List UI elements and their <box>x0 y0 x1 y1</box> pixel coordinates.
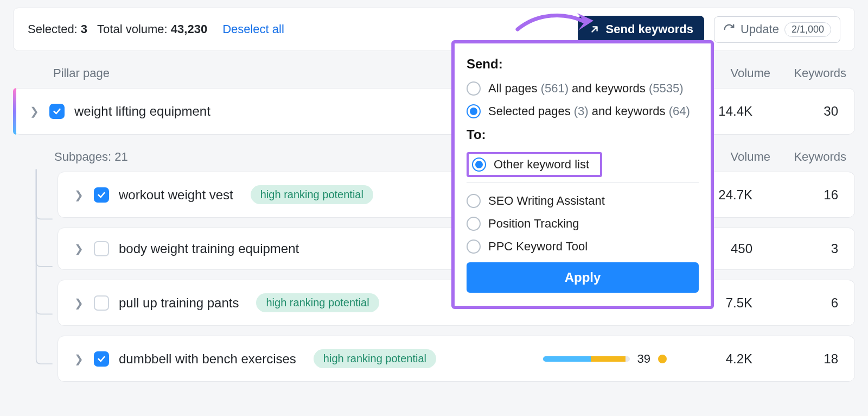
chevron-right-icon[interactable]: ❯ <box>74 297 84 310</box>
subpage-keywords: 18 <box>762 351 838 367</box>
tree-connector-icon <box>27 147 54 416</box>
subpage-keywords: 3 <box>762 241 838 256</box>
selected-count: Selected: 3 <box>28 22 87 36</box>
subpage-checkbox[interactable] <box>94 187 109 203</box>
option-position-tracking[interactable]: Position Tracking <box>467 217 699 231</box>
send-section-heading: Send: <box>467 56 699 72</box>
update-button[interactable]: Update 2/1,000 <box>714 16 840 43</box>
subpage-checkbox[interactable] <box>94 241 109 256</box>
refresh-icon <box>723 23 735 35</box>
keyword-score: 39 <box>543 352 667 366</box>
send-icon <box>589 23 601 35</box>
chevron-right-icon[interactable]: ❯ <box>30 105 40 118</box>
highlight-box: Other keyword list <box>467 152 602 177</box>
subpage-title: dumbbell with bench exercises <box>119 351 296 367</box>
radio-icon <box>472 157 486 172</box>
radio-icon <box>467 239 481 254</box>
subpage-checkbox[interactable] <box>94 295 109 311</box>
subpage-title: pull up training pants <box>119 295 239 311</box>
chevron-right-icon[interactable]: ❯ <box>74 242 84 255</box>
subpages-count: 21 <box>114 150 127 163</box>
selection-toolbar: Selected: 3 Total volume: 43,230 Deselec… <box>13 8 855 51</box>
pillar-checkbox[interactable] <box>49 104 65 119</box>
subpage-volume: 4.2K <box>676 351 752 367</box>
total-volume: Total volume: 43,230 <box>97 22 207 36</box>
update-counter: 2/1,000 <box>784 22 831 37</box>
option-other-keyword-list[interactable]: Other keyword list <box>472 157 589 172</box>
option-ppc-keyword-tool[interactable]: PPC Keyword Tool <box>467 239 699 254</box>
option-seo-writing-assistant[interactable]: SEO Writing Assistant <box>467 194 699 208</box>
subpage-keywords: 6 <box>762 295 838 311</box>
subpage-title: body weight training equipment <box>119 241 299 256</box>
pillar-title: weight lifting equipment <box>74 104 210 119</box>
potential-badge: high ranking potential <box>314 349 436 368</box>
pillar-row[interactable]: ❯ weight lifting equipment 14.4K 30 <box>13 88 855 135</box>
to-section-heading: To: <box>467 127 699 142</box>
subpage-checkbox[interactable] <box>94 351 109 367</box>
difficulty-dot-icon <box>658 355 667 363</box>
deselect-all-link[interactable]: Deselect all <box>222 22 284 36</box>
subpage-row[interactable]: ❯ dumbbell with bench exercises high ran… <box>58 336 855 382</box>
potential-badge: high ranking potential <box>256 293 379 312</box>
subpages-header-row: Subpages: 21 Volume Keywords <box>0 144 868 172</box>
col-header-keywords: Keywords <box>770 66 846 80</box>
subpage-keywords: 16 <box>762 187 838 203</box>
option-selected-pages[interactable]: Selected pages (3) and keywords (64) <box>467 104 699 118</box>
pillar-header-row: Pillar page Volume Keywords <box>0 61 868 88</box>
radio-icon <box>467 104 481 118</box>
col-header-keywords: Keywords <box>770 150 846 164</box>
potential-badge: high ranking potential <box>251 185 373 204</box>
radio-icon <box>467 81 481 96</box>
apply-button[interactable]: Apply <box>467 262 699 293</box>
chevron-right-icon[interactable]: ❯ <box>74 188 84 201</box>
send-keywords-button[interactable]: Send keywords <box>578 16 704 43</box>
radio-icon <box>467 217 481 231</box>
pillar-keywords: 30 <box>762 104 838 119</box>
subpages-label: Subpages: <box>54 150 114 163</box>
subpage-title: workout weight vest <box>119 187 233 203</box>
separator <box>467 182 699 183</box>
send-keywords-panel: Send: All pages (561) and keywords (5535… <box>451 40 714 309</box>
chevron-right-icon[interactable]: ❯ <box>74 352 84 365</box>
radio-icon <box>467 194 481 208</box>
option-all-pages[interactable]: All pages (561) and keywords (5535) <box>467 81 699 96</box>
